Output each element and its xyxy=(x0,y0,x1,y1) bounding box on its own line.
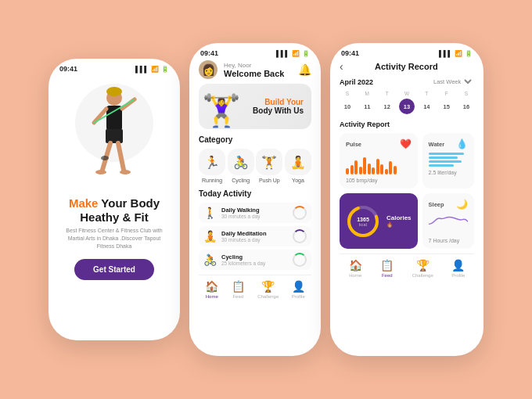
heart-icon: ❤️ xyxy=(400,138,412,149)
nav-profile-2[interactable]: 👤 Profile xyxy=(292,280,305,299)
nav-profile-label-3: Profile xyxy=(451,273,465,278)
tagline-line2: Heathy & Fit xyxy=(61,210,167,224)
banner-text: Build Your Body With Us xyxy=(253,98,304,115)
phone-splash: 09:41 ▌▌▌ 📶 🔋 xyxy=(49,59,180,340)
nav-feed-2[interactable]: 📋 Feed xyxy=(232,280,245,299)
nav-challenge-3[interactable]: 🏆 Challenge xyxy=(412,259,433,278)
challenge-icon-3: 🏆 xyxy=(416,259,430,271)
svg-rect-2 xyxy=(106,106,122,131)
svg-line-8 xyxy=(118,143,124,170)
get-started-button[interactable]: Get Started xyxy=(74,259,154,280)
cat-running[interactable]: 🏃 Running xyxy=(199,149,225,183)
nav-challenge-2[interactable]: 🏆 Challenge xyxy=(257,280,279,299)
walking-info: Daily Walking 30 minutes a day xyxy=(221,207,288,219)
activity-meditation[interactable]: 🧘 Daily Meditation 30 minutes a day xyxy=(199,226,311,246)
cycling2-icon: 🚴 xyxy=(203,253,217,266)
cycling-name: Cycling xyxy=(221,253,288,261)
meditation-sub: 30 minutes a day xyxy=(221,237,288,243)
calorie-ring: 1365 kcal xyxy=(346,204,380,239)
battery-icon-3: 🔋 xyxy=(465,50,473,57)
cycling-label: Cycling xyxy=(232,178,250,183)
wifi-icon-3: 📶 xyxy=(455,50,462,57)
svg-rect-6 xyxy=(106,129,123,143)
sleep-value: 7 Hours /day xyxy=(429,238,468,243)
profile-icon-2: 👤 xyxy=(292,280,305,293)
date-row: April 2022 Last Week This Week xyxy=(340,77,474,86)
splash-text: Make Your Body Heathy & Fit Best Fitness… xyxy=(61,196,167,250)
activity-header: ‹ Activity Record xyxy=(340,60,474,73)
subtitle-text: Best Fitness Center & Fitness Club with … xyxy=(61,227,167,250)
day-wed[interactable]: W 13 xyxy=(399,91,415,114)
walking-name: Daily Walking xyxy=(221,207,288,214)
time-3: 09:41 xyxy=(341,49,359,57)
activity-cycling[interactable]: 🚴 Cycling 25 kilometers a day xyxy=(199,250,311,270)
welcome-label: Welcome Back xyxy=(224,69,298,78)
home-icon-2: 🏠 xyxy=(205,280,218,293)
time-2: 09:41 xyxy=(200,49,218,57)
cat-yoga[interactable]: 🧘 Yoga xyxy=(285,149,311,183)
cat-pushup[interactable]: 🏋️ Push Up xyxy=(256,149,282,183)
category-title: Category xyxy=(199,135,311,144)
make-label: Make xyxy=(69,196,101,210)
pulse-value: 105 bmp/day xyxy=(346,178,412,183)
day-sat[interactable]: S 16 xyxy=(458,91,474,114)
bottom-nav-3: 🏠 Home 📋 Feed 🏆 Challenge 👤 Profile xyxy=(340,253,474,278)
yoga-label: Yoga xyxy=(292,178,304,183)
activity-cards: Pulse ❤️ xyxy=(340,133,474,249)
water-label: Water xyxy=(429,141,445,148)
week-selector[interactable]: Last Week This Week xyxy=(430,77,474,86)
nav-feed-3[interactable]: 📋 Feed xyxy=(380,259,394,278)
day-sun[interactable]: S 10 xyxy=(340,91,355,114)
yoga-icon: 🧘 xyxy=(285,149,311,175)
nav-feed-label-2: Feed xyxy=(232,294,243,299)
svg-point-10 xyxy=(120,170,131,174)
walking-progress xyxy=(293,206,307,220)
hero-figure xyxy=(71,68,157,193)
activity-walking[interactable]: 🚶 Daily Walking 30 minutes a day xyxy=(199,203,311,223)
build-rest: Body With Us xyxy=(253,106,304,115)
svg-point-9 xyxy=(95,170,106,174)
walking-sub: 30 minutes a day xyxy=(221,214,288,219)
phone-activity: 09:41 ▌▌▌ 📶 🔋 ‹ Activity Record April 20… xyxy=(330,43,483,356)
nav-profile-label-2: Profile xyxy=(292,294,305,299)
promo-banner: 🏋️‍♀️ Build Your Body With Us xyxy=(199,84,311,129)
day-tue[interactable]: T 12 xyxy=(379,91,395,114)
month-label: April 2022 xyxy=(340,78,373,86)
day-thu[interactable]: T 14 xyxy=(419,91,434,114)
nav-home-3[interactable]: 🏠 Home xyxy=(349,259,362,278)
nav-home-label-3: Home xyxy=(349,273,361,278)
sleep-chart xyxy=(429,213,468,235)
running-icon: 🏃 xyxy=(199,149,225,175)
home-icon-3: 🏠 xyxy=(349,259,362,271)
sleep-card: Sleep 🌙 7 Hours /day xyxy=(422,193,474,249)
cycling-progress xyxy=(293,253,307,267)
calendar-week: S 10 M 11 T 12 W 13 T 14 xyxy=(340,91,474,114)
cat-cycling[interactable]: 🚴 Cycling xyxy=(228,149,254,183)
nav-home-label-2: Home xyxy=(206,294,218,299)
banner-person: 🏋️‍♀️ xyxy=(202,92,241,129)
nav-feed-label-3: Feed xyxy=(382,273,393,278)
calorie-unit: kcal xyxy=(357,221,369,226)
signal-icon-2: ▌▌▌ xyxy=(276,50,289,57)
nav-challenge-label-2: Challenge xyxy=(257,294,279,299)
day-fri[interactable]: F 15 xyxy=(439,91,455,114)
battery-icon-2: 🔋 xyxy=(302,50,310,57)
cycling-info: Cycling 25 kilometers a day xyxy=(221,253,288,266)
back-button[interactable]: ‹ xyxy=(340,60,343,73)
calorie-title: Calories xyxy=(386,214,412,221)
svg-point-1 xyxy=(106,87,122,96)
page-title: Activity Record xyxy=(350,62,463,71)
calorie-info: Calories 🔥 xyxy=(386,214,412,228)
calorie-icon-flame: 🔥 xyxy=(386,221,412,228)
bell-icon[interactable]: 🔔 xyxy=(298,63,311,76)
signal-icon-3: ▌▌▌ xyxy=(439,50,452,57)
nav-profile-3[interactable]: 👤 Profile xyxy=(451,259,465,278)
challenge-icon-2: 🏆 xyxy=(261,280,275,293)
nav-challenge-label-3: Challenge xyxy=(412,273,433,278)
greeting: Hey, Noor Welcome Back xyxy=(224,62,298,78)
avatar: 👩 xyxy=(199,60,217,79)
phone-home: 09:41 ▌▌▌ 📶 🔋 👩 Hey, Noor Welcome Back 🔔… xyxy=(189,43,321,356)
nav-home-2[interactable]: 🏠 Home xyxy=(205,280,218,299)
day-mon[interactable]: M 11 xyxy=(359,91,375,114)
moon-icon: 🌙 xyxy=(456,199,468,210)
